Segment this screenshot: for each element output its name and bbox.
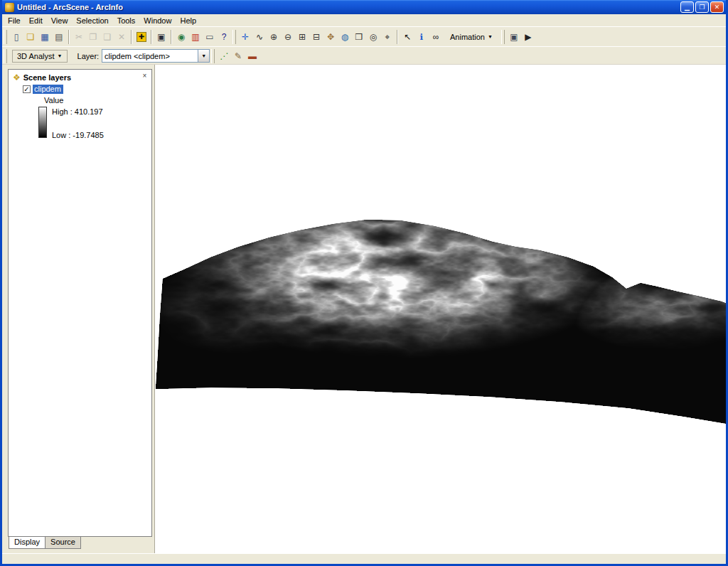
toolbar-grip[interactable] — [232, 30, 236, 44]
animation-controls-icon: ▶ — [525, 33, 531, 41]
add-data-button[interactable]: ✚ — [134, 30, 149, 44]
toc-close-button[interactable]: × — [140, 71, 149, 80]
menu-help[interactable]: Help — [176, 15, 200, 26]
chevron-down-icon: ▼ — [58, 53, 63, 58]
tab-display[interactable]: Display — [9, 537, 46, 549]
toolbar-grip[interactable] — [4, 49, 7, 63]
layer-checkbox[interactable]: ✓ — [23, 85, 31, 93]
select-features-icon: ↖ — [404, 33, 411, 41]
zoom-to-target-icon: ⌖ — [385, 33, 390, 41]
chevron-down-icon: ▼ — [201, 53, 206, 58]
save-icon: ▦ — [41, 33, 48, 41]
table-of-contents: × ❖ Scene layers ✓clipdem Value High : 4… — [8, 69, 152, 549]
profile-graph-icon: ▬ — [248, 52, 257, 60]
toolbar-separator — [131, 30, 132, 44]
identify-button[interactable]: ℹ — [414, 30, 429, 44]
animation-extra-tools: ▣▶ — [507, 30, 535, 44]
navigate-icon: ✛ — [242, 33, 249, 41]
line-of-sight-icon: ✎ — [235, 52, 242, 60]
arctoolbox-button[interactable]: ▥ — [188, 30, 203, 44]
analyst-toolbar: 3D Analyst ▼ Layer: clipdem <clipdem> ▼ … — [2, 46, 726, 65]
center-on-target-icon: ◎ — [370, 33, 377, 41]
navigate-button[interactable]: ✛ — [238, 30, 252, 44]
print-button[interactable]: ▤ — [52, 30, 66, 44]
arcmap-button[interactable]: ▣ — [154, 30, 168, 44]
zoom-to-target-button[interactable]: ⌖ — [380, 30, 395, 44]
layer-tree: ✓clipdem — [11, 85, 150, 94]
identify-icon: ℹ — [420, 33, 424, 41]
camera-view-button[interactable]: ▣ — [507, 30, 521, 44]
chevron-down-icon: ▼ — [488, 34, 493, 39]
animation-controls-button[interactable]: ▶ — [521, 30, 535, 44]
fixed-zoom-out-icon: ⊟ — [313, 33, 320, 41]
zoom-out-button[interactable]: ⊖ — [281, 30, 295, 44]
interpolate-line-button[interactable]: ⋰ — [217, 49, 231, 63]
menu-tools[interactable]: Tools — [113, 15, 140, 26]
menu-edit[interactable]: Edit — [25, 15, 47, 26]
tab-source[interactable]: Source — [45, 537, 81, 549]
menu-bar: FileEditViewSelectionToolsWindowHelp — [2, 14, 726, 26]
legend-field-label: Value — [44, 96, 63, 105]
animation-label: Animation — [450, 33, 485, 41]
fixed-zoom-in-button[interactable]: ⊞ — [295, 30, 309, 44]
menu-window[interactable]: Window — [139, 15, 176, 26]
3d-analyst-dropdown[interactable]: 3D Analyst ▼ — [12, 50, 68, 63]
line-of-sight-button[interactable]: ✎ — [231, 49, 245, 63]
copy-button: ❐ — [86, 30, 100, 44]
center-on-target-button[interactable]: ◎ — [366, 30, 380, 44]
whats-this-button[interactable]: ? — [217, 30, 231, 44]
menu-file[interactable]: File — [4, 15, 25, 26]
open-folder-button[interactable]: ❏ — [23, 30, 38, 44]
layer-label[interactable]: clipdem — [33, 85, 63, 94]
command-window-button[interactable]: ▭ — [203, 30, 217, 44]
cut-icon: ✂ — [75, 33, 82, 41]
toolbar-separator — [397, 30, 398, 44]
arcscene-window: Untitled - ArcScene - ArcInfo ▁ ❐ ✕ File… — [0, 0, 728, 566]
command-window-icon: ▭ — [205, 33, 213, 41]
arcmap-icon: ▣ — [157, 33, 165, 41]
paste-button: ❑ — [100, 30, 114, 44]
arcscene-icon — [5, 3, 14, 12]
fixed-zoom-in-icon: ⊞ — [299, 33, 306, 41]
arccatalog-button[interactable]: ◉ — [174, 30, 188, 44]
window-title: Untitled - ArcScene - ArcInfo — [17, 3, 678, 11]
combobox-dropdown-button[interactable]: ▼ — [198, 50, 209, 62]
zoom-in-icon: ⊕ — [270, 33, 277, 41]
legend: High : 410.197 Low : -19.7485 — [38, 107, 150, 139]
minimize-button[interactable]: ▁ — [680, 1, 694, 13]
layer-label: Layer: — [77, 52, 100, 60]
fly-icon: ∿ — [256, 33, 263, 41]
layer-combobox[interactable]: clipdem <clipdem> ▼ — [102, 49, 210, 63]
content-area: × ❖ Scene layers ✓clipdem Value High : 4… — [2, 65, 726, 553]
profile-graph-button[interactable]: ▬ — [245, 49, 259, 63]
standard-tools: ▯❏▦▤✂❐❑✕✚▣◉▥▭? — [9, 30, 231, 44]
zoom-rectangle-button[interactable]: ❒ — [352, 30, 366, 44]
maximize-button[interactable]: ❐ — [695, 1, 709, 13]
select-features-button[interactable]: ↖ — [400, 30, 414, 44]
zoom-in-button[interactable]: ⊕ — [267, 30, 281, 44]
toolbar-grip[interactable] — [501, 30, 505, 44]
legend-labels: High : 410.197 Low : -19.7485 — [52, 107, 104, 139]
full-extent-button[interactable]: ◍ — [338, 30, 352, 44]
toolbar-grip[interactable] — [4, 30, 7, 44]
scene-layers-item[interactable]: ❖ Scene layers — [11, 72, 150, 84]
arccatalog-icon: ◉ — [178, 33, 185, 41]
layer-item-clipdem[interactable]: ✓clipdem — [23, 85, 150, 94]
pan-button[interactable]: ✥ — [323, 30, 338, 44]
menu-selection[interactable]: Selection — [72, 15, 112, 26]
fixed-zoom-out-button[interactable]: ⊟ — [309, 30, 323, 44]
toolbar-grip[interactable] — [211, 49, 215, 63]
toc-panel: × ❖ Scene layers ✓clipdem Value High : 4… — [8, 69, 152, 537]
toolbar-separator — [171, 30, 172, 44]
menu-view[interactable]: View — [47, 15, 73, 26]
animation-dropdown[interactable]: Animation ▼ — [446, 31, 497, 43]
toolbar-separator — [68, 30, 70, 44]
fly-button[interactable]: ∿ — [252, 30, 267, 44]
new-document-button[interactable]: ▯ — [9, 30, 23, 44]
status-bar — [2, 553, 726, 564]
save-button[interactable]: ▦ — [38, 30, 52, 44]
analyst-label: 3D Analyst — [17, 52, 55, 60]
find-button[interactable]: ∞ — [429, 30, 443, 44]
terrain-canvas[interactable] — [155, 65, 726, 553]
close-button[interactable]: ✕ — [710, 1, 724, 13]
